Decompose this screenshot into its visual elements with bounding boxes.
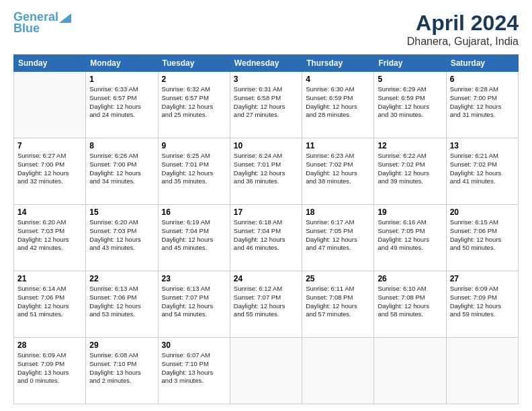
header: General Blue April 2024 Dhanera, Gujarat… <box>13 11 519 48</box>
col-wednesday: Wednesday <box>230 55 302 72</box>
table-row <box>14 72 86 138</box>
table-row: 12Sunrise: 6:22 AM Sunset: 7:02 PM Dayli… <box>374 138 446 205</box>
col-tuesday: Tuesday <box>158 55 230 72</box>
day-info: Sunrise: 6:20 AM Sunset: 7:03 PM Dayligh… <box>89 218 154 253</box>
day-number: 14 <box>17 208 82 217</box>
logo-arrow-icon <box>59 11 71 23</box>
calendar-week-row: 7Sunrise: 6:27 AM Sunset: 7:00 PM Daylig… <box>14 138 519 205</box>
day-info: Sunrise: 6:26 AM Sunset: 7:00 PM Dayligh… <box>89 152 154 186</box>
day-info: Sunrise: 6:29 AM Sunset: 6:59 PM Dayligh… <box>378 85 442 120</box>
table-row: 26Sunrise: 6:10 AM Sunset: 7:08 PM Dayli… <box>374 271 446 338</box>
day-number: 21 <box>17 274 82 283</box>
day-number: 16 <box>162 208 226 217</box>
day-info: Sunrise: 6:10 AM Sunset: 7:08 PM Dayligh… <box>378 285 442 319</box>
day-info: Sunrise: 6:17 AM Sunset: 7:05 PM Dayligh… <box>306 218 370 253</box>
day-number: 18 <box>306 208 370 217</box>
day-number: 9 <box>162 141 226 150</box>
table-row <box>230 338 302 404</box>
day-info: Sunrise: 6:24 AM Sunset: 7:01 PM Dayligh… <box>234 152 298 186</box>
day-number: 19 <box>378 208 442 217</box>
day-info: Sunrise: 6:08 AM Sunset: 7:10 PM Dayligh… <box>89 351 154 385</box>
table-row <box>446 338 518 404</box>
col-friday: Friday <box>374 55 446 72</box>
day-number: 5 <box>378 75 442 84</box>
table-row: 18Sunrise: 6:17 AM Sunset: 7:05 PM Dayli… <box>302 205 374 271</box>
table-row: 30Sunrise: 6:07 AM Sunset: 7:10 PM Dayli… <box>158 338 230 404</box>
day-info: Sunrise: 6:15 AM Sunset: 7:06 PM Dayligh… <box>450 218 515 253</box>
day-number: 7 <box>17 141 82 150</box>
table-row: 3Sunrise: 6:31 AM Sunset: 6:58 PM Daylig… <box>230 72 302 138</box>
logo: General Blue <box>13 11 71 36</box>
day-info: Sunrise: 6:20 AM Sunset: 7:03 PM Dayligh… <box>17 218 82 253</box>
col-sunday: Sunday <box>14 55 86 72</box>
table-row: 25Sunrise: 6:11 AM Sunset: 7:08 PM Dayli… <box>302 271 374 338</box>
table-row <box>374 338 446 404</box>
col-saturday: Saturday <box>446 55 518 72</box>
calendar: Sunday Monday Tuesday Wednesday Thursday… <box>13 54 519 404</box>
day-number: 28 <box>17 340 82 350</box>
col-monday: Monday <box>86 55 158 72</box>
calendar-header-row: Sunday Monday Tuesday Wednesday Thursday… <box>14 55 519 72</box>
day-info: Sunrise: 6:18 AM Sunset: 7:04 PM Dayligh… <box>234 218 298 253</box>
table-row: 13Sunrise: 6:21 AM Sunset: 7:02 PM Dayli… <box>446 138 518 205</box>
day-info: Sunrise: 6:16 AM Sunset: 7:05 PM Dayligh… <box>378 218 442 253</box>
table-row: 20Sunrise: 6:15 AM Sunset: 7:06 PM Dayli… <box>446 205 518 271</box>
day-number: 4 <box>306 75 370 84</box>
table-row: 2Sunrise: 6:32 AM Sunset: 6:57 PM Daylig… <box>158 72 230 138</box>
day-number: 22 <box>89 274 154 283</box>
table-row: 9Sunrise: 6:25 AM Sunset: 7:01 PM Daylig… <box>158 138 230 205</box>
day-number: 24 <box>234 274 298 283</box>
day-info: Sunrise: 6:09 AM Sunset: 7:09 PM Dayligh… <box>450 285 515 319</box>
title-block: April 2024 Dhanera, Gujarat, India <box>407 11 519 48</box>
table-row: 29Sunrise: 6:08 AM Sunset: 7:10 PM Dayli… <box>86 338 158 404</box>
day-number: 3 <box>234 75 298 84</box>
day-number: 2 <box>162 75 226 84</box>
day-info: Sunrise: 6:23 AM Sunset: 7:02 PM Dayligh… <box>306 152 370 186</box>
day-info: Sunrise: 6:28 AM Sunset: 7:00 PM Dayligh… <box>450 85 515 120</box>
table-row: 27Sunrise: 6:09 AM Sunset: 7:09 PM Dayli… <box>446 271 518 338</box>
table-row: 24Sunrise: 6:12 AM Sunset: 7:07 PM Dayli… <box>230 271 302 338</box>
table-row: 28Sunrise: 6:09 AM Sunset: 7:09 PM Dayli… <box>14 338 86 404</box>
day-number: 13 <box>450 141 515 150</box>
table-row: 22Sunrise: 6:13 AM Sunset: 7:06 PM Dayli… <box>86 271 158 338</box>
day-info: Sunrise: 6:09 AM Sunset: 7:09 PM Dayligh… <box>17 351 82 385</box>
day-number: 23 <box>162 274 226 283</box>
table-row: 8Sunrise: 6:26 AM Sunset: 7:00 PM Daylig… <box>86 138 158 205</box>
page: General Blue April 2024 Dhanera, Gujarat… <box>0 0 532 411</box>
table-row: 1Sunrise: 6:33 AM Sunset: 6:57 PM Daylig… <box>86 72 158 138</box>
day-info: Sunrise: 6:11 AM Sunset: 7:08 PM Dayligh… <box>306 285 370 319</box>
day-number: 27 <box>450 274 515 283</box>
day-info: Sunrise: 6:14 AM Sunset: 7:06 PM Dayligh… <box>17 285 82 319</box>
day-info: Sunrise: 6:21 AM Sunset: 7:02 PM Dayligh… <box>450 152 515 186</box>
table-row <box>302 338 374 404</box>
calendar-week-row: 14Sunrise: 6:20 AM Sunset: 7:03 PM Dayli… <box>14 205 519 271</box>
day-info: Sunrise: 6:30 AM Sunset: 6:59 PM Dayligh… <box>306 85 370 120</box>
logo-blue: Blue <box>13 22 40 36</box>
table-row: 5Sunrise: 6:29 AM Sunset: 6:59 PM Daylig… <box>374 72 446 138</box>
table-row: 23Sunrise: 6:13 AM Sunset: 7:07 PM Dayli… <box>158 271 230 338</box>
day-info: Sunrise: 6:07 AM Sunset: 7:10 PM Dayligh… <box>162 351 226 385</box>
day-number: 12 <box>378 141 442 150</box>
day-info: Sunrise: 6:25 AM Sunset: 7:01 PM Dayligh… <box>162 152 226 186</box>
table-row: 19Sunrise: 6:16 AM Sunset: 7:05 PM Dayli… <box>374 205 446 271</box>
table-row: 14Sunrise: 6:20 AM Sunset: 7:03 PM Dayli… <box>14 205 86 271</box>
day-number: 1 <box>89 75 154 84</box>
table-row: 15Sunrise: 6:20 AM Sunset: 7:03 PM Dayli… <box>86 205 158 271</box>
table-row: 6Sunrise: 6:28 AM Sunset: 7:00 PM Daylig… <box>446 72 518 138</box>
day-number: 26 <box>378 274 442 283</box>
calendar-week-row: 21Sunrise: 6:14 AM Sunset: 7:06 PM Dayli… <box>14 271 519 338</box>
table-row: 4Sunrise: 6:30 AM Sunset: 6:59 PM Daylig… <box>302 72 374 138</box>
subtitle: Dhanera, Gujarat, India <box>407 36 519 48</box>
calendar-week-row: 1Sunrise: 6:33 AM Sunset: 6:57 PM Daylig… <box>14 72 519 138</box>
day-number: 10 <box>234 141 298 150</box>
day-info: Sunrise: 6:13 AM Sunset: 7:06 PM Dayligh… <box>89 285 154 319</box>
day-info: Sunrise: 6:31 AM Sunset: 6:58 PM Dayligh… <box>234 85 298 120</box>
svg-marker-0 <box>59 13 71 23</box>
day-number: 8 <box>89 141 154 150</box>
table-row: 7Sunrise: 6:27 AM Sunset: 7:00 PM Daylig… <box>14 138 86 205</box>
day-number: 6 <box>450 75 515 84</box>
day-number: 20 <box>450 208 515 217</box>
day-number: 15 <box>89 208 154 217</box>
day-info: Sunrise: 6:19 AM Sunset: 7:04 PM Dayligh… <box>162 218 226 253</box>
main-title: April 2024 <box>407 11 519 36</box>
